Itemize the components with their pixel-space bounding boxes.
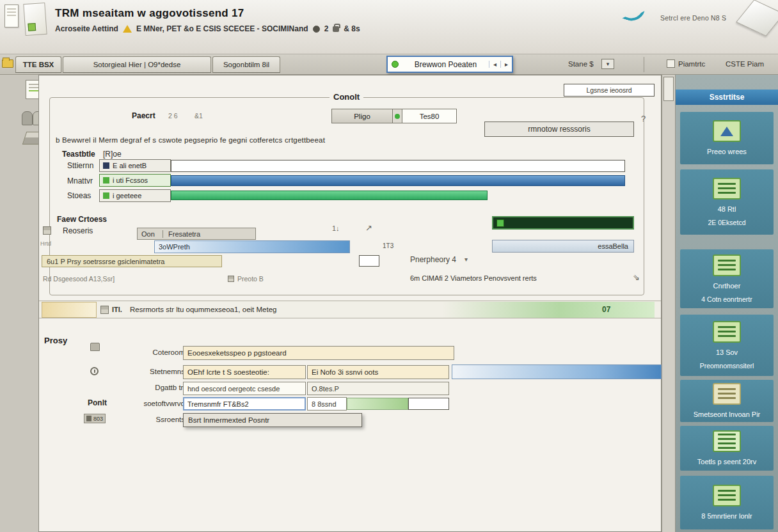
section-toolbar: ITl. Resrmorts str ltu oqummexseoa1, oei… <box>39 301 661 318</box>
stamp-icon[interactable] <box>90 343 100 351</box>
paecrt-meta: 2 6 <box>168 112 178 120</box>
piamtrtc-checkbox[interactable] <box>667 59 675 68</box>
sidebar-item-smnrtienr[interactable]: 8 5mnrtienr lonlr <box>680 476 774 529</box>
soetoftvwrvd-input-1[interactable]: Tremsnmfr FT&Bs2 <box>183 397 306 411</box>
sidebar-item-smetseont[interactable]: Smetseont lnvoan Pir <box>680 380 774 422</box>
expand-arrow-icon[interactable]: ↗ <box>365 223 372 233</box>
sheet-icon[interactable] <box>23 3 47 36</box>
dropdown-right-arrow-icon[interactable]: ▸ <box>500 61 512 68</box>
list-card-icon <box>713 430 741 452</box>
tab-tte-bsx[interactable]: TTE BSX <box>15 56 61 73</box>
teastbtle-value: [R]oe <box>103 150 122 159</box>
toolbar-divider <box>644 57 644 72</box>
brewwon-dropdown[interactable]: Brewwon Poeaten ◂ ▸ <box>386 56 513 73</box>
sidebar-item-cnrthoer[interactable]: Cnrthoer 4 Cotn eonrtnertr <box>680 249 774 308</box>
wpreth-gradient-bar: 3oWPreth <box>154 240 350 253</box>
sidebar-item-toetls[interactable]: Toetls p seent 20rv <box>680 426 774 471</box>
pligo-button[interactable]: Pligo <box>331 109 393 123</box>
coteroom-label: Coteroom <box>129 348 185 356</box>
toolbar-count: 07 <box>602 305 610 314</box>
soetoftvwrvd-white-block <box>408 398 449 410</box>
description-text: b Bewwrel il Merm degraf ef s cswote peg… <box>56 136 325 144</box>
mnattvr-cell[interactable]: i uti Fcssos <box>99 174 171 187</box>
stetnemns-input-1[interactable]: OEhf Icrte t S soesteotie: <box>183 365 306 379</box>
sttiernn-cell[interactable]: E ali enetB <box>99 159 171 172</box>
sidebar-item-preeo-wrees[interactable]: Preeo wrees <box>680 112 774 164</box>
sidebar-item-48-rtl[interactable]: 48 Rtl 2E 0Eksetcd <box>680 169 774 235</box>
stetnemns-input-2[interactable]: Ei Nofo 3i ssnvi oots <box>307 365 449 379</box>
t3-value: 1T3 <box>383 242 393 249</box>
highlighted-row[interactable]: 6u1 P Prsy soetrssrse gsiclenimatetra <box>42 255 222 267</box>
paecrt-label: Paecrt <box>132 111 155 120</box>
mnattvr-progress-bar <box>171 175 625 186</box>
signal-swoosh-icon[interactable] <box>622 5 644 24</box>
oon-cell: Oon <box>138 230 163 238</box>
toolbar-icon-label: ITl. <box>112 306 122 313</box>
main-panel: Lgsnse ieoosrd Conolt Pligo Tes80 rmnoto… <box>38 75 662 532</box>
card-icon <box>713 485 741 506</box>
grid-icon[interactable] <box>43 226 51 235</box>
dropdown-left-arrow-icon[interactable]: ◂ <box>489 61 500 68</box>
badge-text: 803 <box>93 416 103 422</box>
tab-sotorgieal[interactable]: Sotorgieal Hier | O9*dedse <box>63 56 211 73</box>
cimafi-text: 6m ClMAfi 2 Viametors Penovsvent rerts <box>410 274 537 282</box>
pnerpheory-arrow-icon[interactable]: ▾ <box>464 256 468 263</box>
legend-field[interactable]: Lgsnse ieoosrd <box>564 84 655 97</box>
subtitle-row: Acroseite Aettind E MNer, PET &o E CSIS … <box>55 24 360 33</box>
fresatetra-header[interactable]: Oon Fresatetra <box>137 228 256 240</box>
tes80-button[interactable]: Tes80 <box>402 109 457 123</box>
clock-icon[interactable] <box>90 367 99 375</box>
prosy-label: Prosy <box>44 336 67 345</box>
tab-sogonbtilm[interactable]: Sogonbtilm 8il <box>212 56 280 73</box>
vertical-scrollbar[interactable] <box>662 75 676 532</box>
subtitle-text: E MNer, PET &o E CSIS SCECEE - SOCIMINan… <box>136 24 308 33</box>
stane-label[interactable]: Stane $ <box>568 60 594 68</box>
titlebar: TRM mseaitam w aggovotissend 17 Acroseit… <box>0 0 778 54</box>
sidebar-item-label: Toetls p seent 20rv <box>697 457 756 466</box>
stane-dropdown[interactable]: ▾ <box>601 59 614 69</box>
essabella-field[interactable]: essaBella <box>492 240 634 253</box>
toolbar-grid-icon[interactable] <box>100 306 109 314</box>
subtitle-text: Acroseite Aettind <box>55 24 118 33</box>
sttiernn-label: Sttiernn <box>67 161 93 170</box>
warning-icon <box>123 25 132 33</box>
tab-bar: TTE BSX Sotorgieal Hier | O9*dedse Sogon… <box>0 54 778 75</box>
sidebar-item-13-sov[interactable]: 13 Sov Preomnomsnsiterl <box>680 315 774 376</box>
printer-icon[interactable] <box>228 276 234 282</box>
toolbar-left-block[interactable] <box>42 302 97 318</box>
sidebar-header[interactable]: Ssstrtitse <box>676 90 778 105</box>
scrollbar-thumb[interactable] <box>663 77 674 101</box>
sort-arrow-icon[interactable]: 1↓ <box>332 224 340 232</box>
card-icon <box>713 178 741 199</box>
user-icon <box>313 26 320 33</box>
folder-icon[interactable] <box>2 59 13 68</box>
dark-green-field[interactable] <box>492 216 634 230</box>
ponlt-label: Ponlt <box>88 398 107 407</box>
dgattb-input-1[interactable]: hnd oescord oergeotc csesde <box>183 382 306 395</box>
small-value-box[interactable] <box>359 255 379 267</box>
soetoftvwrvd-input-2[interactable]: 8 8ssnd <box>307 397 347 411</box>
subtitle-text: & 8s <box>344 24 360 33</box>
mnattvr-label: Mnattvr <box>67 176 93 185</box>
cste-piam-label[interactable]: CSTE Piam <box>726 60 764 68</box>
toolbar-right-gradient <box>442 302 655 318</box>
coteroom-input[interactable]: Eooesxeketsspeo p pgstoeard <box>183 346 454 360</box>
document-icon[interactable] <box>4 4 19 27</box>
hrtd-tiny-label: Hrtd <box>40 240 51 247</box>
sidebar-item-sub: Preomnomsnsiterl <box>700 362 754 370</box>
preoto-row: Preoto B <box>228 275 264 283</box>
stoeas-cell[interactable]: i geeteee <box>99 189 171 202</box>
ssroents-dropdown[interactable]: Bsrt Inmermexted Posntr <box>183 413 362 427</box>
stetnemns-gradient-bar <box>452 364 662 379</box>
mnattvr-cell-text: i uti Fcssos <box>113 176 148 184</box>
help-icon[interactable]: ? <box>641 114 646 123</box>
green-dot-icon <box>395 114 400 119</box>
reoseris-label: Reoseris <box>63 226 93 235</box>
navy-square-icon <box>103 162 109 169</box>
piamtrtc-label[interactable]: Piamtrtc <box>678 60 705 68</box>
application-window: TRM mseaitam w aggovotissend 17 Acroseit… <box>0 0 778 532</box>
teastbtle-label: Teastbtle <box>62 150 95 159</box>
pnerpheory-label: Pnerpheory 4 <box>410 255 456 264</box>
dgattb-input-2[interactable]: O.8tes.P <box>307 382 449 395</box>
sttiernn-input[interactable] <box>171 160 625 172</box>
